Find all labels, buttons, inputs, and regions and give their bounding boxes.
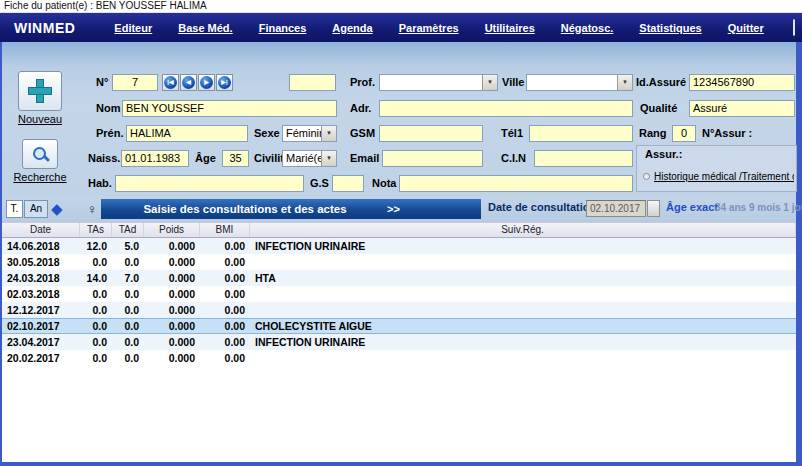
id-assure-field[interactable]: 1234567890 (689, 74, 795, 91)
diamond-icon[interactable]: ◆ (51, 199, 63, 219)
cell-suiv (250, 254, 796, 270)
menu-item-base-m-d[interactable]: Base Méd. (165, 22, 245, 34)
id-assure-label: Id.Assuré (636, 74, 686, 91)
table-row[interactable]: 20.02.20170.00.00.0000.00 (2, 350, 796, 366)
qualite-field[interactable]: Assuré (689, 100, 795, 117)
historique-text[interactable]: Historique médical /Traitement chro (654, 171, 794, 182)
menu-item-agenda[interactable]: Agenda (319, 22, 385, 34)
adr-field[interactable] (379, 100, 633, 117)
recherche-label[interactable]: Recherche (6, 171, 74, 183)
nouveau-label[interactable]: Nouveau (8, 113, 72, 125)
chevron-down-icon[interactable]: ▼ (482, 75, 497, 90)
window-control-icon[interactable] (793, 19, 795, 36)
age-exact-value: 34 ans 9 mois 1 jour (715, 202, 802, 213)
menu-item-n-gatosc[interactable]: Négatosc. (548, 22, 627, 34)
email-field[interactable] (382, 150, 483, 167)
prof-combo[interactable]: ▼ (379, 74, 498, 91)
table-row[interactable]: 02.03.20180.00.00.0000.00 (2, 286, 796, 302)
header-bmi[interactable]: BMI (200, 223, 250, 237)
numero-field[interactable]: 7 (112, 74, 158, 91)
historique-link[interactable]: Historique médical /Traitement chro (641, 171, 794, 182)
cell-tad: 0.0 (112, 302, 144, 318)
table-row[interactable]: 24.03.201814.07.00.0000.00HTA (2, 270, 796, 286)
tab-an[interactable]: An (24, 200, 48, 218)
sexe-value: Féminin (283, 126, 321, 141)
prof-label: Prof. (350, 74, 375, 91)
table-row[interactable]: 12.12.20170.00.00.0000.00 (2, 302, 796, 318)
menu-item-quitter[interactable]: Quitter (715, 22, 777, 34)
chevron-down-icon[interactable]: ▼ (617, 75, 632, 90)
first-record-button[interactable]: |◀ (162, 74, 179, 91)
ville-combo[interactable]: ▼ (526, 74, 633, 91)
menu-item-param-tres[interactable]: Paramètres (386, 22, 472, 34)
ville-label: Ville (502, 74, 524, 91)
header-tas[interactable]: TAs (80, 223, 112, 237)
cin-field[interactable] (534, 150, 633, 167)
cell-bmi: 0.00 (200, 318, 250, 334)
civilite-combo[interactable]: Marié(e) ▼ (282, 150, 337, 167)
cell-tas: 0.0 (80, 350, 112, 366)
window-title: Fiche du patient(e) : BEN YOUSSEF HALIMA (0, 0, 802, 13)
chevron-down-icon[interactable]: ▼ (321, 151, 336, 166)
rang-field[interactable]: 0 (672, 125, 696, 142)
tel1-field[interactable] (529, 125, 633, 142)
header-poids[interactable]: Poids (144, 223, 200, 237)
civilite-value: Marié(e) (283, 151, 321, 166)
menu-item-finances[interactable]: Finances (246, 22, 320, 34)
last-record-icon: ▶| (218, 76, 231, 89)
previous-record-button[interactable]: ◀ (180, 74, 197, 91)
cell-tad: 7.0 (112, 270, 144, 286)
cell-tas: 0.0 (80, 302, 112, 318)
age-label: Âge (195, 150, 216, 167)
cell-suiv: CHOLECYSTITE AIGUE (250, 318, 796, 334)
table-row[interactable]: 23.04.20170.00.00.0000.00INFECTION URINA… (2, 334, 796, 350)
consult-symbol-icon[interactable]: ♀ (87, 199, 98, 219)
cell-tas: 12.0 (80, 238, 112, 254)
last-record-button[interactable]: ▶| (216, 74, 233, 91)
cell-tas: 0.0 (80, 318, 112, 334)
cin-label: C.I.N (501, 150, 526, 167)
naiss-label: Naiss. (88, 150, 120, 167)
table-row[interactable]: 14.06.201812.05.00.0000.00INFECTION URIN… (2, 238, 796, 254)
age-field[interactable]: 35 (222, 150, 249, 167)
gsm-field[interactable] (379, 125, 483, 142)
hab-field[interactable] (115, 175, 304, 192)
nom-label: Nom (96, 100, 120, 117)
cell-suiv: HTA (250, 270, 796, 286)
cell-tad: 0.0 (112, 318, 144, 334)
nouveau-button[interactable] (18, 71, 62, 111)
table-row[interactable]: 30.05.20180.00.00.0000.00 (2, 254, 796, 270)
header-suiv[interactable]: Suiv.Rég. (250, 223, 796, 237)
cell-date: 30.05.2018 (2, 254, 80, 270)
expand-chevrons[interactable]: >> (387, 199, 400, 219)
aux-number-field[interactable] (289, 74, 336, 91)
header-tad[interactable]: TAd (112, 223, 144, 237)
cell-suiv (250, 286, 796, 302)
prenom-field[interactable]: HALIMA (126, 125, 248, 142)
chevron-down-icon[interactable]: ▼ (321, 126, 336, 141)
sexe-label: Sexe (254, 125, 280, 142)
menu-item-editeur[interactable]: Editeur (101, 22, 165, 34)
next-record-button[interactable]: ▶ (198, 74, 215, 91)
sexe-combo[interactable]: Féminin ▼ (282, 125, 337, 142)
table-row[interactable]: 02.10.20170.00.00.0000.00CHOLECYSTITE AI… (2, 318, 796, 334)
naiss-field[interactable]: 01.01.1983 (121, 150, 189, 167)
header-date[interactable]: Date (2, 223, 80, 237)
recherche-button[interactable] (22, 139, 58, 169)
cell-poids: 0.000 (144, 254, 200, 270)
prenom-label: Prén. (96, 125, 124, 142)
window-body: Nouveau Recherche N° 7 |◀ ◀ ▶ ▶| Prof. ▼… (0, 42, 802, 466)
nota-field[interactable] (399, 175, 633, 192)
cell-tad: 0.0 (112, 286, 144, 302)
date-picker-button[interactable] (647, 200, 660, 217)
menu-item-statistiques[interactable]: Statistiques (626, 22, 714, 34)
rang-label: Rang (639, 125, 667, 142)
gs-field[interactable] (332, 175, 364, 192)
menu-item-utilitaires[interactable]: Utilitaires (472, 22, 548, 34)
radio-icon[interactable] (643, 173, 650, 180)
cell-poids: 0.000 (144, 318, 200, 334)
date-consultation-field[interactable]: 02.10.2017 (586, 200, 646, 217)
tab-t[interactable]: T. (6, 200, 23, 218)
ville-value (527, 75, 617, 90)
nom-field[interactable]: BEN YOUSSEF (122, 100, 337, 117)
